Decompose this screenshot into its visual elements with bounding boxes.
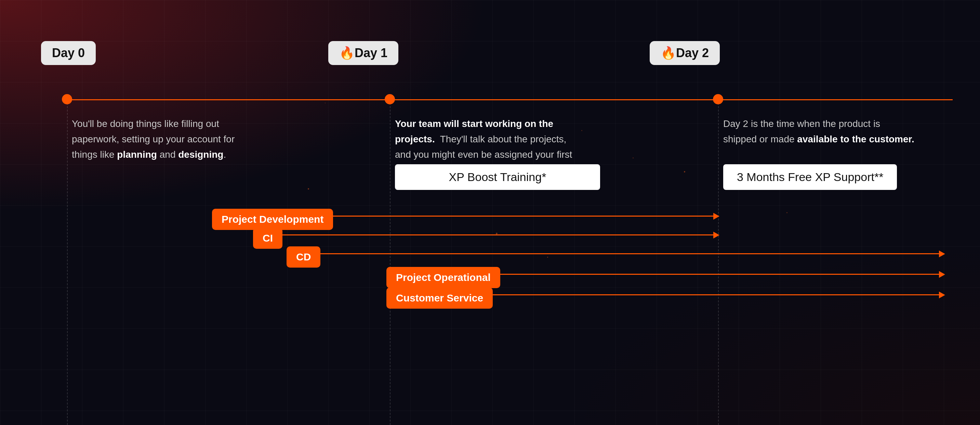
timeline-line: [68, 99, 953, 100]
day2-text: Day 2: [676, 46, 709, 60]
pill-customer-service: Customer Service: [387, 288, 493, 308]
timeline-dot-day0: [62, 94, 72, 104]
vdash-day1: [390, 103, 390, 425]
day0-label: Day 0: [41, 41, 96, 65]
main-container: Day 0 🔥Day 1 🔥Day 2 You'll be doing thin…: [0, 0, 980, 425]
day1-text: Day 1: [355, 46, 387, 60]
day2-description: Day 2 is the time when the product is sh…: [723, 117, 915, 147]
pill-project-operational: Project Operational: [387, 267, 500, 288]
arrow-project-development: [298, 216, 715, 217]
pill-cd: CD: [286, 246, 320, 268]
xp-boost-box: XP Boost Training*: [395, 164, 600, 190]
day2-flame: 🔥: [661, 46, 676, 60]
arrow-ci: [280, 235, 715, 235]
timeline-dot-day1: [385, 94, 395, 104]
arrow-customer-service: [489, 294, 940, 295]
pill-ci: CI: [253, 228, 282, 249]
arrow-project-operational: [489, 274, 940, 275]
day0-text: Day 0: [52, 46, 85, 60]
pill-project-development: Project Development: [212, 209, 333, 230]
vdash-day0: [67, 103, 68, 425]
timeline-dot-day2: [713, 94, 723, 104]
day1-flame: 🔥: [339, 46, 355, 60]
day2-label: 🔥Day 2: [650, 41, 720, 65]
day1-label: 🔥Day 1: [328, 41, 398, 65]
arrow-cd: [311, 253, 940, 254]
day0-description: You'll be doing things like filling out …: [72, 117, 250, 162]
vdash-day2: [718, 103, 719, 425]
xp-support-box: 3 Months Free XP Support**: [723, 164, 897, 190]
